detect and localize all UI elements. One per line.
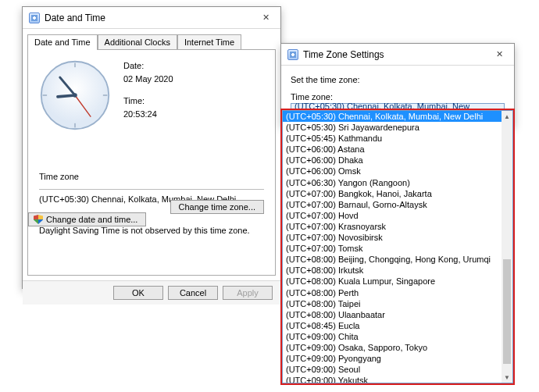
- timezone-prompt: Set the time zone:: [291, 75, 505, 84]
- timezone-option[interactable]: (UTC+07:00) Krasnoyarsk: [283, 221, 512, 232]
- timezone-field-label: Time zone:: [291, 92, 505, 102]
- timezone-option[interactable]: (UTC+08:00) Ulaanbaatar: [283, 309, 512, 320]
- timezone-option[interactable]: (UTC+08:00) Taipei: [283, 298, 512, 309]
- timezone-option[interactable]: (UTC+09:00) Pyongyang: [283, 353, 512, 364]
- timezone-option[interactable]: (UTC+07:00) Hovd: [283, 210, 512, 221]
- timezone-option[interactable]: (UTC+09:00) Yakutsk: [283, 375, 512, 383]
- change-date-time-button[interactable]: Change date and time...: [28, 212, 146, 226]
- scrollbar[interactable]: ▲ ▼: [502, 111, 512, 383]
- timezone-option[interactable]: (UTC+07:00) Novosibirsk: [283, 232, 512, 243]
- timezone-option[interactable]: (UTC+08:45) Eucla: [283, 320, 512, 331]
- change-timezone-button[interactable]: Change time zone...: [170, 200, 264, 214]
- timezone-dropdown-highlight: (UTC+05:30) Chennai, Kolkata, Mumbai, Ne…: [280, 109, 515, 385]
- date-time-titlebar[interactable]: Date and Time ✕: [23, 7, 280, 29]
- apply-button[interactable]: Apply: [223, 286, 273, 300]
- dialog-button-row: OK Cancel Apply: [23, 280, 280, 305]
- scroll-up-icon[interactable]: ▲: [502, 111, 512, 122]
- timezone-title: Time Zone Settings: [303, 49, 487, 60]
- timezone-option[interactable]: (UTC+08:00) Irkutsk: [283, 265, 512, 276]
- timezone-option[interactable]: (UTC+06:00) Astana: [283, 144, 512, 155]
- close-icon[interactable]: ✕: [487, 47, 511, 62]
- timezone-option[interactable]: (UTC+06:00) Omsk: [283, 166, 512, 176]
- dst-note: Daylight Saving Time is not observed by …: [39, 226, 264, 235]
- timezone-option[interactable]: (UTC+06:00) Dhaka: [283, 155, 512, 166]
- timezone-app-icon: [287, 49, 298, 60]
- timezone-dropdown-list[interactable]: (UTC+05:30) Chennai, Kolkata, Mumbai, Ne…: [282, 110, 513, 383]
- close-icon[interactable]: ✕: [254, 10, 277, 26]
- scroll-down-icon[interactable]: ▼: [502, 372, 512, 383]
- tab-date-and-time[interactable]: Date and Time: [27, 34, 98, 50]
- timezone-option[interactable]: (UTC+08:00) Kuala Lumpur, Singapore: [283, 276, 512, 287]
- date-time-dialog: Date and Time ✕ Date and Time Additional…: [22, 6, 281, 289]
- timezone-option[interactable]: (UTC+09:00) Chita: [283, 331, 512, 342]
- cancel-button[interactable]: Cancel: [168, 286, 218, 300]
- tab-additional-clocks[interactable]: Additional Clocks: [98, 34, 177, 50]
- date-time-title: Date and Time: [45, 12, 254, 23]
- date-label: Date:: [123, 59, 173, 73]
- timezone-option[interactable]: (UTC+08:00) Beijing, Chongqing, Hong Kon…: [283, 254, 512, 265]
- timezone-option[interactable]: (UTC+06:30) Yangon (Rangoon): [283, 177, 512, 188]
- timezone-option[interactable]: (UTC+08:00) Perth: [283, 287, 512, 298]
- svg-point-8: [73, 93, 77, 98]
- timezone-option[interactable]: (UTC+09:00) Osaka, Sapporo, Tokyo: [283, 342, 512, 353]
- tab-strip: Date and Time Additional Clocks Internet…: [27, 34, 276, 49]
- svg-line-5: [58, 95, 75, 97]
- timezone-option[interactable]: (UTC+05:30) Chennai, Kolkata, Mumbai, Ne…: [283, 111, 512, 122]
- scrollbar-track[interactable]: [502, 122, 512, 372]
- date-time-readout: Date: 02 May 2020 Time: 20:53:24: [123, 59, 173, 131]
- timezone-section-label: Time zone: [39, 172, 264, 181]
- time-label: Time:: [123, 94, 173, 108]
- timezone-option[interactable]: (UTC+05:45) Kathmandu: [283, 133, 512, 144]
- divider: [39, 189, 264, 190]
- timezone-option[interactable]: (UTC+05:30) Sri Jayawardenepura: [283, 122, 512, 133]
- scrollbar-thumb[interactable]: [503, 259, 511, 364]
- timezone-titlebar[interactable]: Time Zone Settings ✕: [281, 44, 514, 66]
- date-time-app-icon: [29, 12, 40, 23]
- timezone-option[interactable]: (UTC+07:00) Barnaul, Gorno-Altaysk: [283, 199, 512, 210]
- tab-panel-date-and-time: Date: 02 May 2020 Time: 20:53:24 Change …: [27, 49, 276, 276]
- analog-clock: [39, 59, 111, 131]
- time-value: 20:53:24: [123, 108, 173, 121]
- ok-button[interactable]: OK: [113, 286, 163, 300]
- timezone-option[interactable]: (UTC+07:00) Bangkok, Hanoi, Jakarta: [283, 188, 512, 199]
- timezone-option[interactable]: (UTC+07:00) Tomsk: [283, 243, 512, 254]
- timezone-option[interactable]: (UTC+09:00) Seoul: [283, 364, 512, 375]
- date-value: 02 May 2020: [123, 73, 173, 86]
- tab-internet-time[interactable]: Internet Time: [177, 34, 241, 50]
